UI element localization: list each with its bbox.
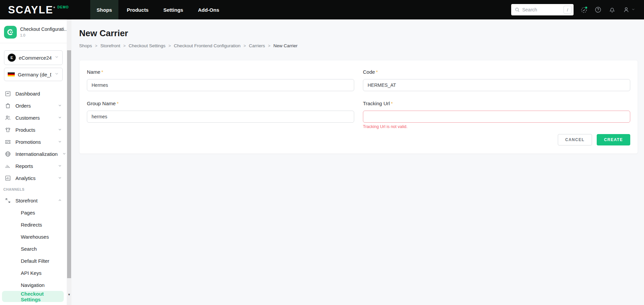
tracking-url-label: Tracking Url [363, 101, 390, 106]
sidebar-item-checkout-settings[interactable]: Checkout Settings [2, 291, 64, 302]
breadcrumb-separator: > [168, 44, 171, 48]
required-asterisk: * [391, 101, 393, 106]
scrollbar-down-arrow[interactable]: ▼ [67, 292, 71, 298]
new-carrier-form-card: Name* Code* Group Name* Tracking Url* Tr… [79, 60, 638, 154]
shop-initial-badge: E [8, 54, 16, 62]
chevron-down-icon [54, 55, 59, 61]
breadcrumb-checkout-settings[interactable]: Checkout Settings [129, 43, 166, 48]
germany-flag-icon [8, 72, 15, 77]
breadcrumb-storefront[interactable]: Storefront [100, 43, 120, 48]
required-asterisk: * [117, 101, 119, 106]
storefront-expand-icon [5, 197, 11, 204]
sidebar-item-promotions[interactable]: Promotions [0, 136, 67, 148]
sidebar-item-analytics[interactable]: Analytics [0, 172, 67, 184]
breadcrumb-separator: > [268, 44, 270, 48]
breadcrumb-carriers[interactable]: Carriers [249, 43, 265, 48]
search-icon [515, 7, 520, 12]
sidebar-item-pages[interactable]: Pages [0, 206, 67, 219]
logo-text: SCAYLE [8, 4, 53, 16]
sidebar-item-customers[interactable]: Customers [0, 112, 67, 124]
sidebar-item-redirects[interactable]: Redirects [0, 219, 67, 231]
sidebar-item-search[interactable]: Search [0, 243, 67, 255]
group-name-input[interactable] [87, 111, 354, 123]
create-button[interactable]: CREATE [597, 134, 630, 145]
status-check-icon[interactable] [580, 6, 588, 13]
code-label: Code [363, 69, 375, 75]
search-input[interactable] [522, 7, 561, 12]
global-search[interactable]: / [511, 4, 574, 15]
breadcrumb-separator: > [123, 44, 126, 48]
divider [0, 43, 67, 43]
chevron-down-icon [58, 115, 62, 121]
main-content: New Carrier Shops > Storefront > Checkou… [71, 19, 644, 305]
sidebar-item-default-filter[interactable]: Default Filter [0, 255, 67, 267]
search-shortcut-key: / [564, 6, 572, 14]
name-label: Name [87, 69, 100, 75]
chevron-down-icon [58, 163, 62, 169]
channels-section-label: CHANNELS [0, 184, 67, 194]
cancel-button[interactable]: CANCEL [558, 134, 592, 145]
top-tab-products[interactable]: Products [120, 0, 155, 19]
top-tab-shops[interactable]: Shops [90, 0, 118, 19]
breadcrumb: Shops > Storefront > Checkout Settings >… [79, 43, 638, 48]
promotions-ticket-icon [5, 139, 11, 145]
app-version: 1.0 [20, 33, 67, 37]
chevron-up-icon [58, 198, 62, 203]
top-tab-settings[interactable]: Settings [157, 0, 190, 19]
locale-selector-label: Germany (de_DE) [18, 72, 51, 77]
account-menu[interactable] [623, 6, 635, 13]
logo-mark: ° [53, 5, 56, 10]
chevron-down-icon [631, 7, 635, 13]
sidebar-item-orders[interactable]: Orders [0, 100, 67, 112]
code-field: Code* [363, 69, 630, 91]
breadcrumb-new-carrier: New Carrier [273, 43, 298, 48]
chevron-down-icon [58, 139, 62, 145]
scrollbar-thumb[interactable] [67, 50, 71, 278]
help-icon[interactable] [594, 6, 602, 13]
breadcrumb-separator: > [95, 44, 97, 48]
locale-selector[interactable]: Germany (de_DE) [4, 68, 63, 81]
top-nav: Shops Products Settings Add-Ons [90, 0, 225, 19]
required-asterisk: * [101, 69, 103, 75]
globe-icon [5, 151, 11, 157]
shop-selector[interactable]: E eCommerce24.cor [4, 50, 63, 65]
topbar: SCAYLE° DEMO Shops Products Settings Add… [0, 0, 644, 19]
group-name-label: Group Name [87, 101, 116, 106]
code-input[interactable] [363, 79, 630, 91]
products-shirt-icon [5, 127, 11, 133]
tracking-url-input[interactable] [363, 111, 630, 123]
shop-selector-label: eCommerce24.cor [19, 55, 51, 61]
chevron-down-icon [58, 103, 62, 109]
sidebar-item-dashboard[interactable]: Dashboard [0, 87, 67, 100]
dashboard-icon [5, 90, 11, 97]
sidebar-item-storefront[interactable]: Storefront [0, 194, 67, 206]
sidebar-item-products[interactable]: Products [0, 124, 67, 136]
sidebar-item-reports[interactable]: Reports [0, 160, 67, 172]
chevron-down-icon [58, 127, 62, 133]
breadcrumb-shops[interactable]: Shops [79, 43, 92, 48]
name-input[interactable] [87, 79, 354, 91]
group-name-field: Group Name* [87, 101, 354, 129]
breadcrumb-checkout-frontend-configuration[interactable]: Checkout Frontend Configuration [174, 43, 240, 48]
account-icon [623, 6, 630, 13]
sidebar-item-api-keys[interactable]: API Keys [0, 267, 67, 279]
sidebar-nav: Dashboard Orders Customers Products [0, 87, 67, 302]
page-title: New Carrier [79, 28, 638, 39]
app-header: Checkout Configurati... 1.0 [0, 19, 67, 43]
top-tab-addons[interactable]: Add-Ons [192, 0, 225, 19]
notifications-bell-icon[interactable] [608, 6, 616, 13]
checkout-configuration-app-icon [4, 26, 17, 39]
sidebar-item-internationalization[interactable]: Internationalization [0, 148, 67, 160]
sidebar-item-warehouses[interactable]: Warehouses [0, 231, 67, 243]
sidebar-scrollbar[interactable]: ▼ [67, 19, 71, 305]
breadcrumb-separator: > [244, 44, 246, 48]
app-name: Checkout Configurati... [20, 26, 67, 32]
reports-chart-icon [5, 163, 11, 169]
name-field: Name* [87, 69, 354, 91]
scayle-logo: SCAYLE° DEMO [8, 5, 69, 15]
chevron-down-icon [62, 151, 66, 157]
chevron-down-icon [58, 175, 62, 181]
demo-badge: DEMO [57, 5, 69, 9]
sidebar-item-navigation[interactable]: Navigation [0, 279, 67, 291]
chevron-down-icon [54, 71, 59, 77]
